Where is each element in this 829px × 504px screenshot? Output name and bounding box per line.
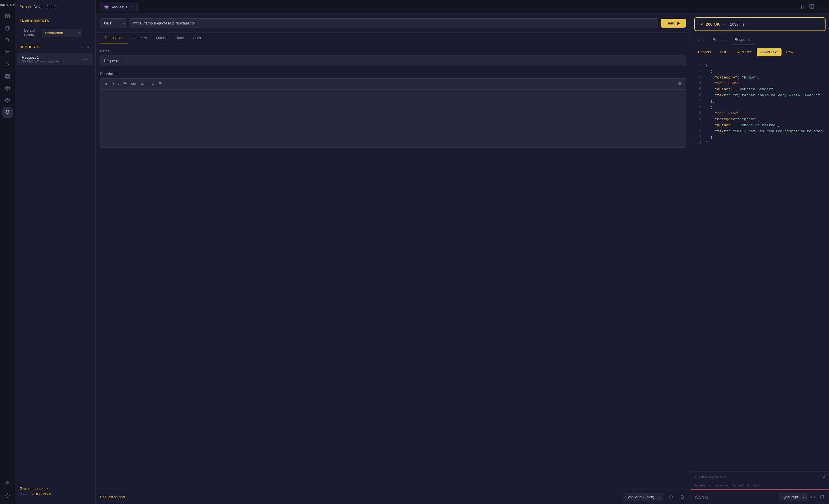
more-icon-btn[interactable]: ⋯ (818, 3, 824, 11)
split-icon-btn[interactable] (808, 3, 815, 11)
resp-tab-request[interactable]: Request (709, 35, 730, 45)
request-item-more-btn[interactable]: ⋯ (81, 56, 88, 63)
request-tab[interactable]: 👾 Request 1 × (100, 2, 138, 12)
snippet-lang-select[interactable]: TypeScript (Fetch) JavaScript (Fetch) Py… (623, 493, 663, 501)
toolbar-ol-btn[interactable]: ☰ (157, 81, 163, 87)
json-content: 1[ 2 { 3 "category": "humor", 4 "id": 36… (691, 59, 829, 471)
svg-point-24 (6, 481, 8, 483)
request-item-name: Request 1 (22, 55, 81, 60)
tab-auth[interactable]: Auth (188, 33, 206, 43)
resp-sub-tab-json-text[interactable]: JSON Text (757, 48, 782, 56)
snippet-label: Request snippet (100, 495, 125, 499)
give-feedback-btn[interactable]: Give feedback ↗ (20, 487, 91, 491)
svg-rect-14 (5, 76, 9, 77)
project-name: Default (local) (33, 5, 57, 9)
give-feedback-label: Give feedback (20, 487, 43, 491)
svg-point-30 (679, 83, 681, 84)
bottom-bar: Request snippet TypeScript (Fetch) JavaS… (96, 490, 690, 504)
filter-input[interactable] (699, 475, 820, 479)
default-group-label: DefaultGroup (20, 27, 40, 39)
convert-target-select[interactable]: TypeScript JavaScript Python Go Rust C# (779, 493, 806, 501)
resp-tab-response[interactable]: Response (730, 35, 756, 45)
layers-icon-btn[interactable] (2, 71, 13, 81)
toolbar-italic-btn[interactable]: I (117, 81, 121, 87)
send-button[interactable]: Send ▶ (661, 19, 686, 28)
user-icon-btn[interactable] (2, 478, 13, 489)
toolbar-bold-btn[interactable]: B (110, 81, 115, 87)
convert-label: JSON to (694, 495, 709, 499)
convert-code-btn[interactable]: </> (809, 493, 817, 501)
tab-close-icon[interactable]: × (129, 5, 134, 9)
request-list-item[interactable]: Request 1 GET https://famous-quotes... ⋯ (17, 53, 93, 65)
github-icon-btn[interactable] (2, 95, 13, 106)
tab-label: Request 1 (111, 5, 128, 9)
filter-bar: ≡ × (691, 471, 829, 482)
requests-more-btn[interactable]: ⋯ (78, 44, 84, 50)
resp-sub-tab-raw[interactable]: Raw (783, 48, 797, 56)
package-icon-btn[interactable] (2, 83, 13, 93)
svg-marker-12 (6, 63, 9, 66)
toolbar-preview-btn[interactable] (678, 81, 682, 87)
svg-rect-0 (5, 14, 7, 15)
svg-point-9 (6, 53, 7, 54)
toolbar-quote-btn[interactable]: ❝❝ (122, 81, 128, 87)
tab-headers[interactable]: Headers (128, 33, 151, 43)
search-icon-btn[interactable] (2, 35, 13, 45)
svg-point-19 (5, 99, 9, 103)
description-label: Description (100, 72, 686, 76)
filter-close-btn[interactable]: × (823, 474, 826, 479)
svg-rect-13 (5, 75, 9, 75)
svg-rect-15 (5, 77, 9, 78)
external-link-icon: ↗ (45, 487, 48, 491)
environments-more-btn[interactable]: ⋯ (84, 18, 91, 24)
resp-sub-tab-text[interactable]: Text (716, 48, 730, 56)
svg-rect-34 (821, 496, 823, 499)
request-tabs: Description Headers Query Body Auth (96, 33, 690, 43)
name-label: Name (100, 49, 686, 53)
status-check-icon: ✓ (700, 22, 704, 27)
tab-body[interactable]: Body (171, 33, 189, 43)
resp-tab-info[interactable]: Info (694, 35, 709, 45)
icon-bar: RAPIDAPI (0, 0, 15, 504)
send-arrow-icon: ▶ (677, 21, 680, 25)
name-input[interactable] (100, 55, 686, 66)
snippet-copy-btn[interactable] (679, 493, 686, 501)
convert-bar: JSON to TypeScript JavaScript Python Go … (691, 489, 829, 504)
play-icon-btn[interactable]: ▷ (800, 3, 806, 11)
sidebar: Project Default (local) Environments ⋯ D… (15, 0, 96, 504)
tab-description[interactable]: Description (100, 33, 128, 43)
requests-add-btn[interactable]: + (86, 44, 91, 50)
svg-rect-3 (8, 16, 9, 18)
environments-label: Environments (20, 19, 49, 23)
method-select[interactable]: GET POST PUT DELETE PATCH (100, 18, 127, 28)
project-label: Project (20, 5, 31, 9)
tab-alien-icon: 👾 (104, 5, 109, 9)
svg-point-8 (6, 50, 7, 51)
request-panel: GET POST PUT DELETE PATCH Send ▶ (96, 14, 691, 504)
snippet-code-icon-btn[interactable]: </> (666, 494, 676, 501)
response-sub-tabs: Headers Text JSON Tree JSON Text Raw (691, 45, 829, 59)
resp-sub-tab-json-tree[interactable]: JSON Tree (731, 48, 755, 56)
svg-rect-32 (681, 496, 683, 499)
toolbar-heading-btn[interactable]: # (104, 81, 109, 87)
description-body[interactable] (101, 90, 686, 147)
alien-icon-btn[interactable] (2, 107, 13, 118)
settings-icon-btn[interactable] (2, 490, 13, 501)
convert-copy-btn[interactable] (819, 493, 826, 501)
copy-doc-icon-btn[interactable] (2, 23, 13, 33)
tab-query[interactable]: Query (151, 33, 171, 43)
svg-line-7 (8, 41, 9, 42)
toolbar-link-btn[interactable] (139, 81, 146, 87)
toolbar-ul-btn[interactable]: ≡ (150, 81, 156, 87)
resp-sub-tab-headers[interactable]: Headers (694, 48, 715, 56)
svg-rect-5 (6, 27, 9, 30)
environment-select[interactable]: Production Development Staging (42, 29, 82, 37)
deploy-icon-btn[interactable] (2, 59, 13, 69)
requests-label: Requests (20, 45, 40, 49)
filter-icon: ≡ (694, 475, 696, 479)
collections-icon-btn[interactable] (2, 11, 13, 21)
svg-rect-2 (5, 16, 7, 18)
branch-icon-btn[interactable] (2, 47, 13, 57)
toolbar-code-btn[interactable]: </> (129, 81, 138, 87)
url-input[interactable] (130, 18, 658, 28)
